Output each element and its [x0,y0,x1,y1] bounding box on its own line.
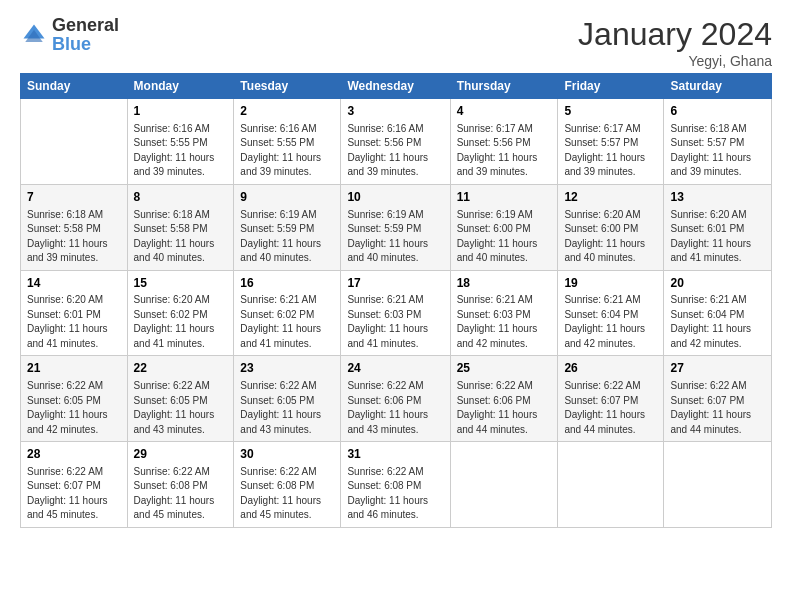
day-info: Sunrise: 6:22 AM Sunset: 6:08 PM Dayligh… [240,465,334,523]
day-info: Sunrise: 6:16 AM Sunset: 5:55 PM Dayligh… [240,122,334,180]
col-tuesday: Tuesday [234,74,341,99]
week-row-1: 7Sunrise: 6:18 AM Sunset: 5:58 PM Daylig… [21,184,772,270]
calendar-cell [558,442,664,528]
logo: General Blue [20,16,119,54]
calendar-cell [664,442,772,528]
calendar-cell: 26Sunrise: 6:22 AM Sunset: 6:07 PM Dayli… [558,356,664,442]
day-number: 29 [134,446,228,463]
day-number: 8 [134,189,228,206]
calendar-header: Sunday Monday Tuesday Wednesday Thursday… [21,74,772,99]
week-row-4: 28Sunrise: 6:22 AM Sunset: 6:07 PM Dayli… [21,442,772,528]
header-row: Sunday Monday Tuesday Wednesday Thursday… [21,74,772,99]
calendar-cell: 20Sunrise: 6:21 AM Sunset: 6:04 PM Dayli… [664,270,772,356]
calendar-cell: 21Sunrise: 6:22 AM Sunset: 6:05 PM Dayli… [21,356,128,442]
day-number: 28 [27,446,121,463]
day-info: Sunrise: 6:22 AM Sunset: 6:06 PM Dayligh… [457,379,552,437]
day-number: 19 [564,275,657,292]
calendar-cell: 29Sunrise: 6:22 AM Sunset: 6:08 PM Dayli… [127,442,234,528]
day-number: 23 [240,360,334,377]
day-info: Sunrise: 6:21 AM Sunset: 6:02 PM Dayligh… [240,293,334,351]
calendar-cell [21,99,128,185]
day-info: Sunrise: 6:19 AM Sunset: 5:59 PM Dayligh… [240,208,334,266]
calendar-cell: 31Sunrise: 6:22 AM Sunset: 6:08 PM Dayli… [341,442,450,528]
day-info: Sunrise: 6:22 AM Sunset: 6:05 PM Dayligh… [134,379,228,437]
calendar-cell: 3Sunrise: 6:16 AM Sunset: 5:56 PM Daylig… [341,99,450,185]
calendar-cell: 11Sunrise: 6:19 AM Sunset: 6:00 PM Dayli… [450,184,558,270]
day-number: 31 [347,446,443,463]
day-number: 13 [670,189,765,206]
day-info: Sunrise: 6:22 AM Sunset: 6:07 PM Dayligh… [27,465,121,523]
day-info: Sunrise: 6:16 AM Sunset: 5:55 PM Dayligh… [134,122,228,180]
calendar-cell: 25Sunrise: 6:22 AM Sunset: 6:06 PM Dayli… [450,356,558,442]
logo-icon [20,21,48,49]
location: Yegyi, Ghana [578,53,772,69]
calendar-cell: 6Sunrise: 6:18 AM Sunset: 5:57 PM Daylig… [664,99,772,185]
day-number: 5 [564,103,657,120]
day-info: Sunrise: 6:22 AM Sunset: 6:05 PM Dayligh… [240,379,334,437]
calendar-cell: 13Sunrise: 6:20 AM Sunset: 6:01 PM Dayli… [664,184,772,270]
calendar-cell: 14Sunrise: 6:20 AM Sunset: 6:01 PM Dayli… [21,270,128,356]
day-info: Sunrise: 6:21 AM Sunset: 6:03 PM Dayligh… [457,293,552,351]
calendar-cell: 8Sunrise: 6:18 AM Sunset: 5:58 PM Daylig… [127,184,234,270]
day-info: Sunrise: 6:21 AM Sunset: 6:03 PM Dayligh… [347,293,443,351]
day-number: 26 [564,360,657,377]
day-number: 18 [457,275,552,292]
day-info: Sunrise: 6:18 AM Sunset: 5:58 PM Dayligh… [27,208,121,266]
day-info: Sunrise: 6:22 AM Sunset: 6:06 PM Dayligh… [347,379,443,437]
day-info: Sunrise: 6:18 AM Sunset: 5:58 PM Dayligh… [134,208,228,266]
logo-general: General [52,15,119,35]
calendar-body: 1Sunrise: 6:16 AM Sunset: 5:55 PM Daylig… [21,99,772,528]
calendar-cell: 7Sunrise: 6:18 AM Sunset: 5:58 PM Daylig… [21,184,128,270]
col-thursday: Thursday [450,74,558,99]
day-number: 2 [240,103,334,120]
day-info: Sunrise: 6:22 AM Sunset: 6:07 PM Dayligh… [564,379,657,437]
calendar-cell: 23Sunrise: 6:22 AM Sunset: 6:05 PM Dayli… [234,356,341,442]
day-info: Sunrise: 6:22 AM Sunset: 6:08 PM Dayligh… [347,465,443,523]
day-number: 3 [347,103,443,120]
day-info: Sunrise: 6:20 AM Sunset: 6:01 PM Dayligh… [27,293,121,351]
calendar-cell: 17Sunrise: 6:21 AM Sunset: 6:03 PM Dayli… [341,270,450,356]
day-number: 9 [240,189,334,206]
logo-blue: Blue [52,34,91,54]
col-sunday: Sunday [21,74,128,99]
day-number: 25 [457,360,552,377]
day-info: Sunrise: 6:21 AM Sunset: 6:04 PM Dayligh… [670,293,765,351]
day-number: 21 [27,360,121,377]
day-number: 20 [670,275,765,292]
day-info: Sunrise: 6:20 AM Sunset: 6:01 PM Dayligh… [670,208,765,266]
day-number: 16 [240,275,334,292]
calendar-cell: 16Sunrise: 6:21 AM Sunset: 6:02 PM Dayli… [234,270,341,356]
day-info: Sunrise: 6:16 AM Sunset: 5:56 PM Dayligh… [347,122,443,180]
title-area: January 2024 Yegyi, Ghana [578,16,772,69]
calendar-cell: 10Sunrise: 6:19 AM Sunset: 5:59 PM Dayli… [341,184,450,270]
month-title: January 2024 [578,16,772,53]
calendar-cell: 22Sunrise: 6:22 AM Sunset: 6:05 PM Dayli… [127,356,234,442]
calendar-cell: 30Sunrise: 6:22 AM Sunset: 6:08 PM Dayli… [234,442,341,528]
day-number: 10 [347,189,443,206]
day-info: Sunrise: 6:22 AM Sunset: 6:08 PM Dayligh… [134,465,228,523]
day-info: Sunrise: 6:17 AM Sunset: 5:57 PM Dayligh… [564,122,657,180]
day-number: 14 [27,275,121,292]
week-row-3: 21Sunrise: 6:22 AM Sunset: 6:05 PM Dayli… [21,356,772,442]
col-friday: Friday [558,74,664,99]
day-info: Sunrise: 6:19 AM Sunset: 5:59 PM Dayligh… [347,208,443,266]
calendar-cell: 4Sunrise: 6:17 AM Sunset: 5:56 PM Daylig… [450,99,558,185]
day-info: Sunrise: 6:20 AM Sunset: 6:02 PM Dayligh… [134,293,228,351]
col-saturday: Saturday [664,74,772,99]
calendar-cell [450,442,558,528]
week-row-0: 1Sunrise: 6:16 AM Sunset: 5:55 PM Daylig… [21,99,772,185]
day-info: Sunrise: 6:22 AM Sunset: 6:07 PM Dayligh… [670,379,765,437]
day-number: 1 [134,103,228,120]
day-number: 30 [240,446,334,463]
day-info: Sunrise: 6:21 AM Sunset: 6:04 PM Dayligh… [564,293,657,351]
day-info: Sunrise: 6:18 AM Sunset: 5:57 PM Dayligh… [670,122,765,180]
day-info: Sunrise: 6:20 AM Sunset: 6:00 PM Dayligh… [564,208,657,266]
header: General Blue January 2024 Yegyi, Ghana [20,16,772,69]
calendar-cell: 24Sunrise: 6:22 AM Sunset: 6:06 PM Dayli… [341,356,450,442]
calendar-cell: 19Sunrise: 6:21 AM Sunset: 6:04 PM Dayli… [558,270,664,356]
calendar-cell: 15Sunrise: 6:20 AM Sunset: 6:02 PM Dayli… [127,270,234,356]
day-number: 15 [134,275,228,292]
calendar-table: Sunday Monday Tuesday Wednesday Thursday… [20,73,772,528]
day-number: 7 [27,189,121,206]
day-number: 4 [457,103,552,120]
